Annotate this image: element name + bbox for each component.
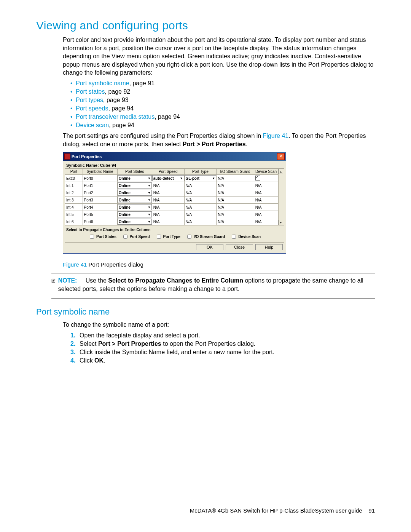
cb-device-scan[interactable]: Device Scan bbox=[230, 233, 261, 240]
cell-port-type[interactable]: GL-port▼ bbox=[184, 175, 217, 182]
dropdown[interactable]: Online▼ bbox=[118, 204, 152, 210]
dropdown[interactable]: GL-port▼ bbox=[185, 175, 217, 181]
cell-port-state[interactable]: Online▼ bbox=[117, 175, 152, 182]
checkbox-checked-icon[interactable] bbox=[255, 176, 260, 181]
dialog-title: Port Properties bbox=[72, 154, 102, 159]
step-4: Click OK. bbox=[70, 357, 375, 364]
ports-table: Port Symbolic Name Port States Port Spee… bbox=[65, 168, 278, 225]
dropdown[interactable]: Online▼ bbox=[118, 182, 152, 189]
text: Select bbox=[80, 340, 98, 347]
text: to open the Port Properties dialog. bbox=[161, 340, 255, 347]
divider bbox=[51, 298, 375, 299]
dropdown[interactable]: Online▼ bbox=[118, 175, 152, 181]
page-heading: Viewing and configuring ports bbox=[36, 19, 375, 32]
scroll-down-icon[interactable]: ▾ bbox=[279, 220, 283, 225]
bullet-list: Port symbolic name, page 91 Port states,… bbox=[70, 80, 375, 129]
note-block: NOTE: Use the Select to Propagate Change… bbox=[51, 276, 375, 293]
cb-port-speed[interactable]: Port Speed bbox=[122, 233, 150, 240]
paragraph-2: The port settings are configured using t… bbox=[63, 132, 375, 148]
text: Open the faceplate display and select a … bbox=[80, 332, 200, 339]
cell-port-state[interactable]: Online▼ bbox=[117, 218, 152, 225]
dialog-app-icon bbox=[64, 153, 70, 160]
cell-symbolic-name[interactable]: Port4 bbox=[83, 204, 117, 211]
scroll-up-icon[interactable]: ▴ bbox=[279, 169, 283, 174]
bold-text: OK bbox=[94, 357, 104, 364]
table-row: Int:6Port6Online▼N/AN/AN/AN/A bbox=[65, 218, 278, 225]
link-port-states[interactable]: Port states bbox=[76, 88, 105, 95]
note-label: NOTE: bbox=[58, 277, 77, 284]
table-row: Ext:0Port0Online▼auto-detect▼GL-port▼N/A bbox=[65, 175, 278, 182]
vertical-scrollbar[interactable]: ▴ ▾ bbox=[278, 168, 284, 225]
link-port-symbolic-name[interactable]: Port symbolic name bbox=[76, 80, 129, 86]
link-port-types[interactable]: Port types bbox=[76, 97, 103, 103]
cell-port-speed[interactable]: auto-detect▼ bbox=[152, 175, 184, 182]
propagate-checkbox-row: Port States Port Speed Port Type I/O Str… bbox=[65, 233, 284, 242]
cell-port: Int:3 bbox=[65, 197, 83, 204]
link-port-speeds[interactable]: Port speeds bbox=[76, 105, 108, 112]
cell-device-scan: N/A bbox=[254, 204, 278, 211]
cb-label: Port Speed bbox=[130, 235, 150, 239]
link-figure-41[interactable]: Figure 41 bbox=[263, 133, 289, 139]
dropdown[interactable]: Online▼ bbox=[118, 197, 152, 203]
dropdown[interactable]: Online▼ bbox=[118, 211, 152, 217]
cb-port-states[interactable]: Port States bbox=[88, 233, 116, 240]
table-header-row: Port Symbolic Name Port States Port Spee… bbox=[65, 169, 278, 175]
close-button[interactable]: Close bbox=[226, 244, 253, 250]
cell-symbolic-name[interactable]: Port5 bbox=[83, 211, 117, 218]
chevron-down-icon: ▼ bbox=[148, 198, 151, 202]
cell-port: Ext:0 bbox=[65, 175, 83, 182]
bold-text: Port > Port Properties bbox=[98, 340, 161, 347]
cell-device-scan: N/A bbox=[254, 189, 278, 197]
steps-list: Open the faceplate display and select a … bbox=[70, 332, 375, 364]
col-device-scan: Device Scan bbox=[254, 169, 278, 175]
bullet-suffix: , page 92 bbox=[105, 88, 130, 95]
table-row: Int:4Port4Online▼N/AN/AN/AN/A bbox=[65, 204, 278, 211]
cell-device-scan[interactable] bbox=[254, 175, 278, 182]
section-heading-port-symbolic-name: Port symbolic name bbox=[36, 307, 375, 317]
cell-port-state[interactable]: Online▼ bbox=[117, 211, 152, 218]
cell-port-speed: N/A bbox=[152, 218, 184, 225]
cell-port: Int:6 bbox=[65, 218, 83, 225]
help-button[interactable]: Help bbox=[255, 244, 283, 250]
cell-port-speed: N/A bbox=[152, 182, 184, 189]
bold-text: Select to Propagate Changes to Entire Co… bbox=[108, 277, 243, 284]
cell-port-type: N/A bbox=[184, 204, 217, 211]
cell-symbolic-name[interactable]: Port2 bbox=[83, 189, 117, 197]
cell-port-state[interactable]: Online▼ bbox=[117, 197, 152, 204]
cell-io-stream-guard: N/A bbox=[217, 218, 254, 225]
text: Click bbox=[80, 357, 94, 364]
intro-paragraph: Port color and text provide information … bbox=[63, 36, 375, 77]
cb-io-stream-guard[interactable]: I/O Stream Guard bbox=[186, 233, 225, 240]
cb-port-type[interactable]: Port Type bbox=[155, 233, 180, 240]
cell-symbolic-name[interactable]: Port3 bbox=[83, 197, 117, 204]
cell-symbolic-name[interactable]: Port6 bbox=[83, 218, 117, 225]
ok-button[interactable]: OK bbox=[196, 244, 223, 250]
chevron-down-icon: ▼ bbox=[148, 206, 151, 209]
cell-port-state[interactable]: Online▼ bbox=[117, 182, 152, 189]
step-2: Select Port > Port Properties to open th… bbox=[70, 340, 375, 347]
link-port-transceiver[interactable]: Port transceiver media status bbox=[76, 113, 155, 120]
cell-port-state[interactable]: Online▼ bbox=[117, 189, 152, 197]
bullet-suffix: , page 94 bbox=[109, 122, 134, 128]
cell-port-type: N/A bbox=[184, 211, 217, 218]
link-device-scan[interactable]: Device scan bbox=[76, 122, 109, 128]
cb-label: Device Scan bbox=[238, 235, 261, 239]
cb-label: Port Type bbox=[163, 235, 180, 239]
cell-port-state[interactable]: Online▼ bbox=[117, 204, 152, 211]
chevron-down-icon: ▼ bbox=[180, 177, 183, 180]
dropdown[interactable]: Online▼ bbox=[118, 219, 152, 225]
table-row: Int:5Port5Online▼N/AN/AN/AN/A bbox=[65, 211, 278, 218]
text: . bbox=[246, 141, 247, 147]
cell-port-speed: N/A bbox=[152, 189, 184, 197]
bold-text: Port > Port Properties bbox=[183, 141, 246, 147]
cell-symbolic-name[interactable]: Port0 bbox=[83, 175, 117, 182]
cell-symbolic-name[interactable]: Port1 bbox=[83, 182, 117, 189]
close-icon[interactable]: × bbox=[277, 153, 285, 160]
table-row: Int:1Port1Online▼N/AN/AN/AN/A bbox=[65, 182, 278, 189]
dropdown[interactable]: Online▼ bbox=[118, 190, 152, 196]
text: . bbox=[104, 357, 105, 364]
cb-label: I/O Stream Guard bbox=[194, 235, 225, 239]
dropdown[interactable]: auto-detect▼ bbox=[152, 175, 184, 181]
cell-device-scan: N/A bbox=[254, 218, 278, 225]
col-port-type: Port Type bbox=[184, 169, 217, 175]
